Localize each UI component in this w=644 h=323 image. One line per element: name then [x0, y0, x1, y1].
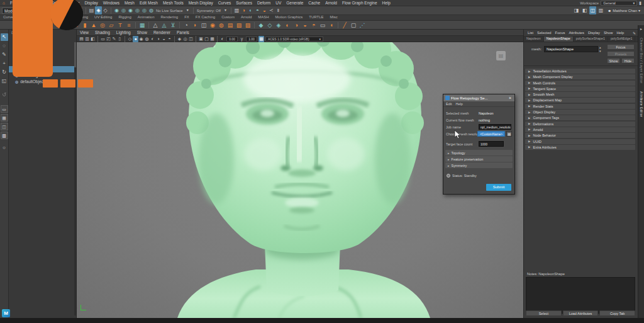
shelf-mirror-icon[interactable]: ◉	[209, 21, 216, 29]
snap-view-icon[interactable]: ◎	[141, 6, 148, 14]
ae-section-mesh-controls[interactable]: ▶Mesh Controls	[525, 81, 635, 86]
menu-generate[interactable]: Generate	[284, 0, 306, 6]
node-nav-arrows[interactable]: ▴▾	[599, 45, 601, 53]
load-attributes-button[interactable]: Load Attributes	[563, 310, 599, 316]
select-component-icon[interactable]: ◇	[102, 6, 109, 14]
outliner-item-defaultobjectset[interactable]: ◍ defaultObjectSet	[9, 79, 74, 85]
shelf-extract-icon[interactable]: ⊻	[169, 21, 177, 29]
shelf-separate-icon[interactable]: ◬	[160, 21, 168, 29]
shelf-retopologize-icon[interactable]: ▤	[226, 21, 234, 29]
display-layers-icon[interactable]: ≺	[268, 6, 275, 14]
tool-settings-toggle-icon[interactable]: ◧	[581, 6, 588, 14]
vp-menu-show[interactable]: Show	[134, 30, 150, 36]
shadows-icon[interactable]: ◐	[150, 36, 155, 42]
select-button[interactable]: Select	[526, 310, 562, 316]
select-object-icon[interactable]: ◈	[95, 6, 102, 14]
menu-edit-mesh[interactable]: Edit Mesh	[137, 0, 160, 6]
ae-tab-polysoftedge1[interactable]: polySoftEdge1	[608, 37, 635, 42]
snap-grid-icon[interactable]: ◉	[113, 6, 120, 14]
shelf-tab-arnold[interactable]: Arnold	[238, 15, 255, 20]
scale-tool-icon[interactable]: ◱	[1, 77, 8, 85]
shelf-bridge-icon[interactable]: ◗	[191, 21, 199, 29]
maya-taskbar-icon[interactable]: M	[2, 309, 10, 317]
ae-menu-selected[interactable]: Selected	[535, 31, 553, 35]
menu-help[interactable]: Help	[380, 0, 393, 6]
menu-flow-graph-engine[interactable]: Flow Graph Engine	[340, 0, 380, 6]
isolate-select-icon[interactable]: ◈	[177, 36, 182, 42]
shelf-tab-fx-caching[interactable]: FX Caching	[192, 15, 218, 20]
ae-menu-focus[interactable]: Focus	[553, 31, 567, 35]
exposure-value[interactable]: 0.00	[226, 37, 238, 42]
ae-section-uuid[interactable]: ▶UUID	[525, 139, 635, 144]
shelf-cone-icon[interactable]: ▲	[90, 21, 97, 29]
shelf-plane-icon[interactable]: ▱	[108, 21, 115, 29]
section-symmetry[interactable]: ▸ Symmetry	[445, 162, 513, 168]
anim-layers-icon[interactable]: ‖	[275, 6, 282, 14]
close-icon[interactable]: ×	[508, 96, 513, 100]
ae-section-deformations[interactable]: ▶Deformations	[525, 122, 635, 127]
shelf-target-weld-icon[interactable]: ◇	[266, 21, 274, 29]
new-scene-icon[interactable]: ▢	[49, 6, 56, 14]
save-scene-icon[interactable]: ▣	[63, 6, 70, 14]
channel-box-vertical-tab[interactable]: Channel Box / Layer Editor	[640, 38, 643, 84]
section-feature-preservation[interactable]: ▸ Feature preservation	[445, 156, 513, 162]
mesh-name-field[interactable]: NapoleonShape	[544, 46, 598, 52]
shelf-tab-curves[interactable]: Curves	[0, 15, 18, 20]
make-live-icon[interactable]: ◍	[148, 6, 155, 14]
last-tool-icon[interactable]: ↺	[1, 91, 8, 99]
exposure-icon[interactable]: ◐	[219, 36, 225, 42]
shelf-reduce-icon[interactable]: ▨	[244, 21, 252, 29]
menu-create[interactable]: Create	[31, 0, 49, 6]
menu-arnold[interactable]: Arnold	[323, 0, 340, 6]
ae-menu-help[interactable]: Help	[614, 31, 626, 35]
menu-uv[interactable]: UV	[273, 0, 284, 6]
ae-menu-list[interactable]: List	[526, 31, 535, 35]
symmetry-label[interactable]: Symmetry: Off	[197, 9, 221, 13]
shelf-torus-icon[interactable]: ◎	[99, 21, 106, 29]
outliner-item-napoleon[interactable]: ◈ Napoleon	[9, 66, 74, 72]
select-tool-icon[interactable]: ↖	[1, 33, 8, 41]
shelf-curve-pencil-icon[interactable]: ╱	[341, 21, 348, 29]
shelf-tab-mash[interactable]: MASH	[255, 15, 272, 20]
shaded-icon[interactable]: ●	[133, 36, 138, 42]
section-topology[interactable]: ▸ Topology	[445, 150, 513, 156]
presets-button[interactable]: Presets	[607, 51, 635, 57]
maya-home-icon[interactable]: ⌂	[0, 0, 8, 6]
menu-curves[interactable]: Curves	[216, 0, 234, 6]
viewport-overlay-button[interactable]: ▤	[496, 51, 506, 60]
menu-surfaces[interactable]: Surfaces	[233, 0, 255, 6]
shelf-boolean-union-icon[interactable]: ▦	[138, 21, 146, 29]
screen-space-ao-icon[interactable]: ◑	[155, 36, 161, 42]
menu-mesh[interactable]: Mesh	[122, 0, 137, 6]
resolution-dropdown[interactable]: <CustomName>	[477, 131, 505, 137]
vp-menu-view[interactable]: View	[77, 30, 92, 36]
select-camera-icon[interactable]: ▤	[79, 36, 84, 42]
gamma-value[interactable]: 1.00	[246, 37, 257, 42]
hide-button[interactable]: Hide	[621, 58, 635, 64]
shelf-combine-icon[interactable]: △	[152, 21, 159, 29]
gate-mask-icon[interactable]: ▦	[209, 36, 215, 42]
2d-pan-zoom-icon[interactable]: ◰	[106, 36, 111, 42]
ae-menu-attributes[interactable]: Attributes	[567, 31, 586, 35]
ipr-render-icon[interactable]: ◐	[247, 6, 254, 14]
wireframe-on-shaded-icon[interactable]: ◫	[188, 36, 194, 42]
shelf-tab-uv-editing[interactable]: UV Editing	[91, 15, 115, 20]
shelf-tab-animation[interactable]: Animation	[135, 15, 158, 20]
use-all-lights-icon[interactable]: ◍	[144, 36, 150, 42]
menu-windows[interactable]: Windows	[101, 0, 122, 6]
shelf-crease-icon[interactable]: ◒	[301, 21, 309, 29]
x-ray-icon[interactable]: ◎	[182, 36, 188, 42]
workspace-lock-icon[interactable]: ▮	[639, 1, 641, 6]
render-icon[interactable]: ◑	[240, 6, 247, 14]
vp-menu-shading[interactable]: Shading	[92, 30, 113, 36]
menu-file[interactable]: File	[8, 0, 19, 6]
ae-menu-show[interactable]: Show	[602, 31, 615, 35]
copy-tab-button[interactable]: Copy Tab	[599, 310, 635, 316]
dialog-menu-edit[interactable]: Edit	[446, 102, 452, 106]
wireframe-icon[interactable]: ◇	[127, 36, 133, 42]
dialog-menu-help[interactable]: Help	[455, 102, 462, 106]
snap-point-icon[interactable]: ◉	[127, 6, 134, 14]
ae-section-tessellation-attributes[interactable]: ▶Tessellation Attributes	[525, 69, 635, 74]
select-hierarchy-icon[interactable]: ▤	[88, 6, 95, 14]
shelf-tab-fx[interactable]: FX	[181, 15, 192, 20]
